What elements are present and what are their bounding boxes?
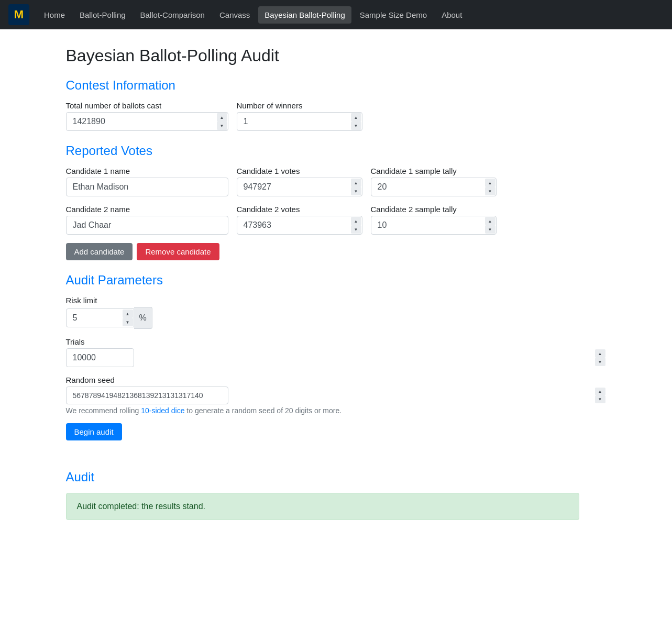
candidate1-tally-spinner: ▲ ▼ [485,179,495,195]
candidate1-name-group: Candidate 1 name [66,167,228,196]
candidate2-votes-up[interactable]: ▲ [351,217,361,225]
percent-label: % [134,307,152,329]
audit-section: Audit Audit completed: the results stand… [66,470,607,520]
num-winners-up[interactable]: ▲ [351,113,361,122]
nav-item-sample-size[interactable]: Sample Size Demo [354,6,433,24]
trials-down[interactable]: ▼ [595,358,605,366]
candidate1-name-label: Candidate 1 name [66,167,228,175]
total-ballots-wrap: ▲ ▼ [66,112,228,131]
add-candidate-button[interactable]: Add candidate [66,243,133,260]
candidate1-votes-spinner: ▲ ▼ [351,179,361,195]
remove-candidate-button[interactable]: Remove candidate [137,243,219,260]
total-ballots-up[interactable]: ▲ [217,113,227,122]
candidate2-votes-group: Candidate 2 votes ▲ ▼ [237,205,362,235]
random-seed-input[interactable] [66,387,228,404]
nav-link-home[interactable]: Home [38,6,71,24]
contest-heading: Contest Information [66,78,607,93]
trials-number-wrap: ▲ ▼ [66,348,607,367]
navbar-nav: Home Ballot-Polling Ballot-Comparison Ca… [38,6,468,24]
random-seed-spinner: ▲ ▼ [595,388,605,403]
candidate2-tally-input[interactable] [371,216,497,235]
reported-votes-section: Reported Votes Candidate 1 name Candidat… [66,144,607,260]
audit-heading: Audit [66,470,607,484]
navbar: M Home Ballot-Polling Ballot-Comparison … [0,0,672,29]
candidate1-votes-up[interactable]: ▲ [351,179,361,187]
nav-item-about[interactable]: About [435,6,468,24]
random-seed-help-text2: to generate a random seed of 20 digits o… [184,406,341,415]
candidate2-votes-input[interactable] [237,216,362,235]
nav-item-bayesian[interactable]: Bayesian Ballot-Polling [258,6,351,24]
candidate2-votes-down[interactable]: ▼ [351,225,361,234]
candidate1-tally-group: Candidate 1 sample tally ▲ ▼ [371,167,497,196]
candidate2-votes-wrap: ▲ ▼ [237,216,362,235]
audit-result-box: Audit completed: the results stand. [66,493,579,520]
candidate2-tally-group: Candidate 2 sample tally ▲ ▼ [371,205,497,235]
nav-link-sample-size[interactable]: Sample Size Demo [354,6,433,24]
candidate2-tally-down[interactable]: ▼ [485,225,495,234]
candidate1-votes-down[interactable]: ▼ [351,187,361,195]
trials-label: Trials [66,337,607,346]
nav-link-about[interactable]: About [435,6,468,24]
candidate2-votes-spinner: ▲ ▼ [351,217,361,234]
num-winners-input[interactable] [237,112,362,131]
candidate1-tally-input[interactable] [371,178,497,196]
navbar-brand[interactable]: M [8,4,29,25]
candidate2-name-input[interactable] [66,216,228,235]
candidate1-votes-input[interactable] [237,178,362,196]
risk-limit-up[interactable]: ▲ [123,310,133,318]
risk-limit-number-wrap: ▲ ▼ [66,308,134,327]
nav-link-bayesian[interactable]: Bayesian Ballot-Polling [258,6,351,24]
trials-spinner: ▲ ▼ [595,349,605,366]
random-seed-number-wrap: ▲ ▼ [66,387,607,404]
nav-item-home[interactable]: Home [38,6,71,24]
trials-up[interactable]: ▲ [595,349,605,358]
candidate2-votes-label: Candidate 2 votes [237,205,362,214]
risk-limit-label: Risk limit [66,296,607,305]
num-winners-label: Number of winners [237,101,362,110]
candidate2-tally-up[interactable]: ▲ [485,217,495,225]
dice-link[interactable]: 10-sided dice [141,406,184,415]
num-winners-wrap: ▲ ▼ [237,112,362,131]
candidate2-name-group: Candidate 2 name [66,205,228,235]
candidate1-tally-up[interactable]: ▲ [485,179,495,187]
candidate1-votes-group: Candidate 1 votes ▲ ▼ [237,167,362,196]
brand-logo: M [8,4,29,25]
nav-link-canvass[interactable]: Canvass [213,6,256,24]
random-seed-down[interactable]: ▼ [595,395,605,403]
total-ballots-spinner: ▲ ▼ [217,113,227,130]
risk-limit-group: Risk limit ▲ ▼ % [66,296,607,329]
begin-audit-button[interactable]: Begin audit [66,423,122,440]
candidate1-name-input[interactable] [66,178,228,196]
nav-item-ballot-polling[interactable]: Ballot-Polling [73,6,132,24]
candidate1-tally-wrap: ▲ ▼ [371,178,497,196]
candidate1-votes-wrap: ▲ ▼ [237,178,362,196]
random-seed-help: We recommend rolling 10-sided dice to ge… [66,406,607,415]
reported-votes-heading: Reported Votes [66,144,607,158]
candidate1-tally-down[interactable]: ▼ [485,187,495,195]
trials-group: Trials ▲ ▼ [66,337,607,367]
total-ballots-input[interactable] [66,112,228,131]
total-ballots-down[interactable]: ▼ [217,122,227,130]
candidate2-tally-spinner: ▲ ▼ [485,217,495,234]
candidate1-tally-label: Candidate 1 sample tally [371,167,497,175]
candidate2-tally-label: Candidate 2 sample tally [371,205,497,214]
candidate2-tally-wrap: ▲ ▼ [371,216,497,235]
nav-item-ballot-comparison[interactable]: Ballot-Comparison [134,6,211,24]
num-winners-spinner: ▲ ▼ [351,113,361,130]
audit-result-text: Audit completed: the results stand. [77,502,205,511]
audit-params-section: Audit Parameters Risk limit ▲ ▼ % Trials [66,273,607,457]
candidate1-votes-label: Candidate 1 votes [237,167,362,175]
nav-item-canvass[interactable]: Canvass [213,6,256,24]
nav-link-ballot-comparison[interactable]: Ballot-Comparison [134,6,211,24]
risk-limit-down[interactable]: ▼ [123,318,133,326]
random-seed-label: Random seed [66,376,607,384]
candidate-btn-row: Add candidate Remove candidate [66,243,607,260]
risk-limit-input-wrap: ▲ ▼ % [66,307,607,329]
contest-section: Contest Information Total number of ball… [66,78,607,131]
nav-link-ballot-polling[interactable]: Ballot-Polling [73,6,132,24]
total-ballots-label: Total number of ballots cast [66,101,228,110]
candidate2-row: Candidate 2 name Candidate 2 votes ▲ ▼ C… [66,205,607,235]
random-seed-up[interactable]: ▲ [595,388,605,395]
num-winners-down[interactable]: ▼ [351,122,361,130]
trials-input[interactable] [66,348,134,367]
